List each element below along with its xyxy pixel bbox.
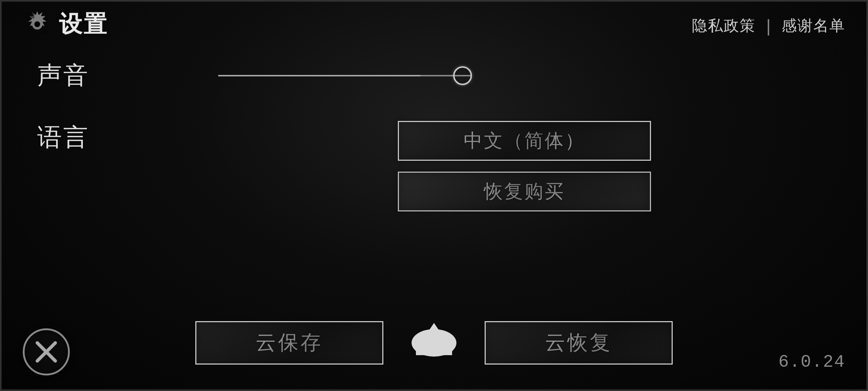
- svg-point-2: [34, 21, 40, 27]
- svg-rect-3: [26, 13, 34, 18]
- sound-row: 声音: [37, 59, 831, 92]
- cloud-upload-icon[interactable]: [405, 318, 463, 368]
- close-button[interactable]: [23, 328, 70, 375]
- settings-content: 声音 语言 中文（简体） 恢复购买: [1, 59, 867, 226]
- language-buttons: 中文（简体） 恢复购买: [146, 121, 831, 211]
- sound-label: 声音: [37, 59, 146, 92]
- separator: |: [766, 16, 771, 36]
- cloud-save-button[interactable]: 云保存: [195, 321, 383, 365]
- svg-rect-4: [40, 30, 47, 34]
- cloud-restore-button[interactable]: 云恢复: [485, 321, 673, 365]
- title-area: 设置: [23, 8, 108, 40]
- privacy-policy-link[interactable]: 隐私政策: [692, 16, 756, 36]
- language-row: 语言 中文（简体） 恢复购买: [37, 121, 831, 211]
- credits-link[interactable]: 感谢名单: [782, 16, 845, 36]
- restore-purchase-button[interactable]: 恢复购买: [398, 172, 651, 211]
- bottom-row: 云保存 云恢复: [1, 318, 867, 368]
- sound-slider-track[interactable]: [218, 75, 471, 76]
- version-text: 6.0.24: [778, 352, 845, 372]
- language-label: 语言: [37, 121, 146, 154]
- slider-container: [146, 75, 831, 76]
- language-select-button[interactable]: 中文（简体）: [398, 121, 651, 161]
- settings-title: 设置: [59, 8, 108, 40]
- settings-screen: 设置 隐私政策 | 感谢名单 声音 语言 中文（简体） 恢复购买 云保存: [0, 0, 868, 391]
- sound-slider-thumb[interactable]: [453, 66, 472, 85]
- gear-icon: [23, 10, 52, 39]
- top-right-links: 隐私政策 | 感谢名单: [692, 16, 845, 36]
